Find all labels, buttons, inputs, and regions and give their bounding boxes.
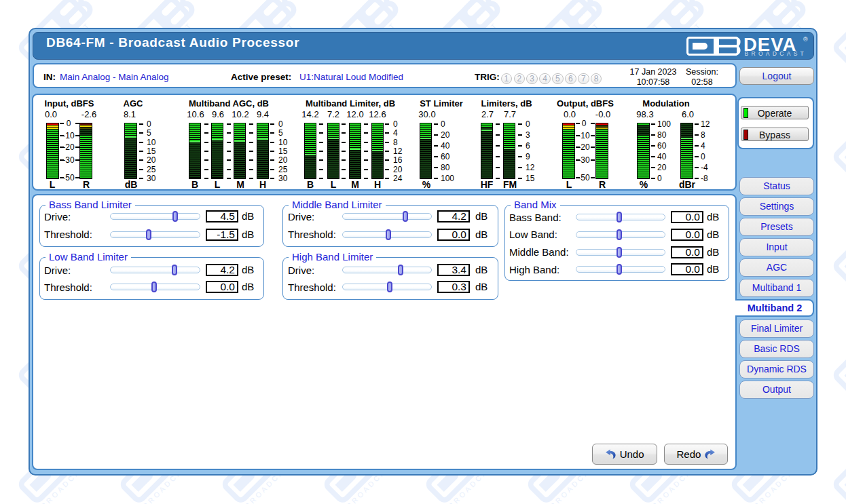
svg-text:®: ® [803, 36, 808, 43]
svg-text:BROADCAST: BROADCAST [745, 50, 807, 57]
